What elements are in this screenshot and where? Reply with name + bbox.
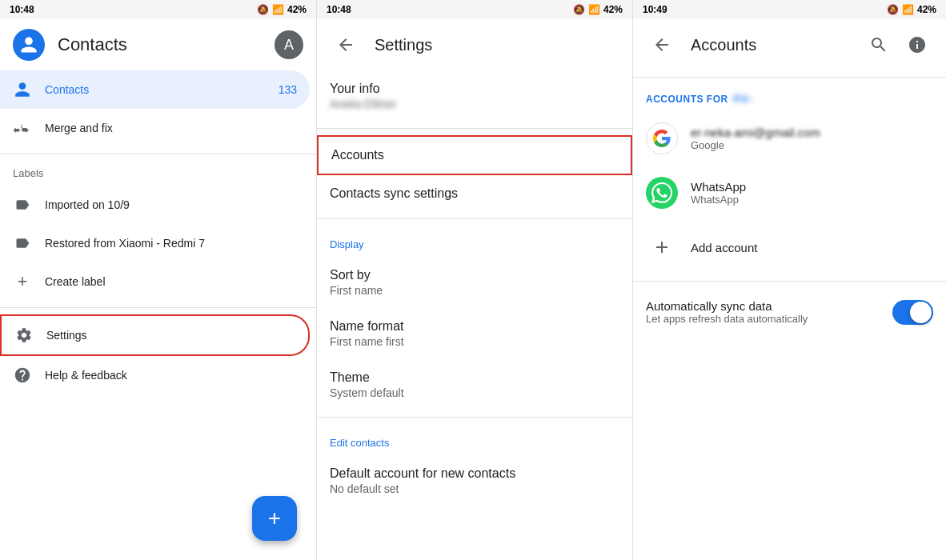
google-email: er·neka·ami@gmail.com [691, 126, 820, 139]
settings-theme[interactable]: Theme System default [317, 359, 632, 410]
app-title: Contacts [58, 34, 127, 55]
sidebar-item-imported[interactable]: Imported on 10/9 [0, 186, 310, 224]
merge-label: Merge and fix [45, 122, 297, 134]
settings-contacts-sync[interactable]: Contacts sync settings [317, 175, 632, 212]
whatsapp-name: WhatsApp [691, 180, 746, 194]
app-icon [13, 29, 45, 61]
help-icon [13, 366, 32, 385]
accounts-back-button[interactable] [646, 29, 678, 61]
theme-title: Theme [330, 370, 619, 385]
toggle-thumb [910, 302, 932, 323]
sort-by-sub: First name [330, 284, 619, 297]
display-section-label: Display [317, 226, 632, 257]
theme-sub: System default [330, 386, 619, 399]
edit-contacts-section: Edit contacts [317, 424, 632, 455]
google-account-info: er·neka·ami@gmail.com Google [691, 126, 820, 151]
status-bar-3: 10:49 🔕 📶 42% [633, 0, 946, 19]
google-icon [646, 122, 678, 154]
accounts-search-button[interactable] [863, 29, 895, 61]
contacts-panel: 10:48 🔕 📶 42% Contacts A Contacts 133 [0, 0, 316, 560]
contacts-label: Contacts [45, 83, 266, 96]
create-label-text: Create label [45, 275, 297, 288]
avatar[interactable]: A [275, 30, 303, 59]
settings-divider-1 [317, 128, 632, 129]
accounts-title: Accounts [691, 36, 756, 54]
labels-section: Labels [0, 161, 316, 186]
settings-title: Settings [375, 36, 432, 54]
your-info-title: Your info [330, 82, 619, 96]
contacts-badge: 133 [279, 83, 297, 96]
app-header: Contacts A [0, 19, 316, 70]
sidebar-item-settings[interactable]: Settings [0, 314, 310, 356]
whatsapp-account-item[interactable]: WhatsApp WhatsApp [633, 166, 946, 220]
auto-sync-title: Automatically sync data [646, 299, 880, 313]
default-account-title: Default account for new contacts [330, 466, 619, 481]
add-account-icon [646, 231, 678, 263]
accounts-header: Accounts [633, 19, 946, 70]
settings-icon [14, 326, 34, 345]
name-format-sub: First name first [330, 335, 619, 348]
sidebar-item-contacts[interactable]: Contacts 133 [0, 70, 310, 109]
contacts-icon [13, 80, 32, 99]
fab-add-contact[interactable]: + [252, 496, 297, 541]
accounts-top-divider [633, 77, 946, 78]
label-divider [0, 307, 316, 308]
status-bar-1: 10:48 🔕 📶 42% [0, 0, 316, 19]
settings-sort-by[interactable]: Sort by First name [317, 257, 632, 308]
settings-default-account[interactable]: Default account for new contacts No defa… [317, 455, 632, 506]
auto-sync-text: Automatically sync data Let apps refresh… [646, 299, 880, 325]
status-icons-3: 🔕 📶 42% [887, 4, 936, 15]
your-info-sub: Aneka Elitner [330, 98, 619, 110]
nav-divider [0, 154, 316, 154]
whatsapp-type: WhatsApp [691, 194, 746, 206]
settings-your-info[interactable]: Your info Aneka Elitner [317, 70, 632, 122]
status-icons-1: 🔕 📶 42% [257, 4, 307, 15]
help-label: Help & feedback [45, 369, 297, 382]
label-icon-1 [13, 195, 32, 214]
settings-divider-2 [317, 218, 632, 219]
google-account-item[interactable]: er·neka·ami@gmail.com Google [633, 111, 946, 166]
sort-by-title: Sort by [330, 268, 619, 282]
header-actions [863, 29, 933, 61]
auto-sync-sub: Let apps refresh data automatically [646, 313, 880, 325]
settings-divider-3 [317, 417, 632, 418]
default-account-sub: No default set [330, 482, 619, 495]
accounts-panel: 10:49 🔕 📶 42% Accounts [632, 0, 946, 560]
add-account-item[interactable]: Add account [633, 220, 946, 274]
battery-2: 42% [603, 4, 623, 15]
auto-sync-toggle[interactable] [892, 300, 933, 325]
settings-header: Settings [317, 19, 632, 70]
time-2: 10:48 [327, 4, 351, 15]
sidebar-item-restored[interactable]: Restored from Xiaomi - Redmi 7 [0, 224, 310, 262]
settings-accounts[interactable]: Accounts [317, 135, 632, 175]
battery-1: 42% [287, 4, 307, 15]
imported-label: Imported on 10/9 [45, 198, 297, 211]
contacts-sync-title: Contacts sync settings [330, 186, 619, 201]
create-label-icon: + [13, 272, 32, 291]
accounts-for-label: ACCOUNTS FOR ·FU·· [633, 84, 946, 111]
name-format-title: Name format [330, 319, 619, 334]
accounts-info-button[interactable] [901, 29, 933, 61]
whatsapp-icon [646, 177, 678, 209]
add-account-label: Add account [691, 241, 757, 254]
label-icon-2 [13, 234, 32, 253]
battery-3: 42% [917, 4, 936, 15]
restored-label: Restored from Xiaomi - Redmi 7 [45, 237, 297, 250]
merge-icon [13, 118, 32, 138]
settings-label: Settings [46, 329, 295, 342]
accounts-for-user: ·FU·· [732, 94, 755, 105]
settings-name-format[interactable]: Name format First name first [317, 308, 632, 359]
time-1: 10:48 [10, 4, 34, 15]
google-type: Google [691, 139, 820, 151]
accounts-mid-divider [633, 281, 946, 282]
time-3: 10:49 [643, 4, 667, 15]
sidebar-item-merge[interactable]: Merge and fix [0, 109, 310, 147]
settings-back-button[interactable] [330, 29, 362, 61]
sidebar-item-create-label[interactable]: + Create label [0, 262, 310, 301]
status-bar-2: 10:48 🔕 📶 42% [317, 0, 632, 19]
status-icons-2: 🔕 📶 42% [573, 4, 623, 15]
settings-panel: 10:48 🔕 📶 42% Settings Your info Aneka E… [316, 0, 632, 560]
auto-sync-item: Automatically sync data Let apps refresh… [633, 288, 946, 336]
accounts-title: Accounts [331, 148, 618, 162]
sidebar-item-help[interactable]: Help & feedback [0, 356, 310, 394]
